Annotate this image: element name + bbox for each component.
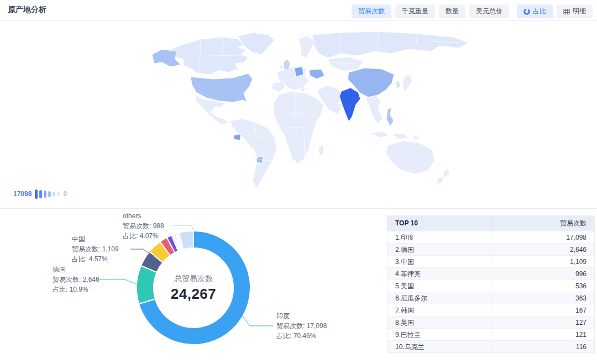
country-cell: 10.乌克兰 [387, 341, 493, 352]
legend-bar [44, 191, 46, 198]
table-header-top10: TOP 10 [387, 216, 493, 231]
map-country-australia [386, 141, 434, 174]
top10-table: TOP 10 贸易次数 1.印度17,0982.德国2,6463.中国1,109… [387, 215, 595, 353]
map-country-india[interactable] [339, 88, 360, 122]
value-cell: 167 [493, 304, 594, 316]
table-row[interactable]: 4.菲律宾996 [387, 267, 594, 279]
legend-bar [35, 189, 38, 199]
table-row[interactable]: 6.厄瓜多尔363 [387, 292, 594, 304]
callout-pct: 占比: 4.07% [123, 231, 164, 241]
donut-svg [135, 229, 252, 346]
map-visual-legend: 17098 0 [13, 188, 67, 200]
donut-chart-icon [523, 8, 530, 15]
callout-name: 印度 [276, 311, 327, 321]
callout-value: 贸易次数: 988 [123, 221, 164, 231]
callout-line-germany [99, 279, 137, 284]
map-country-new-zealand [436, 168, 450, 184]
country-cell: 1.印度 [387, 231, 493, 243]
callout-name: 德国 [53, 265, 100, 275]
tab-usd-total[interactable]: 美元总价 [469, 4, 509, 18]
section-divider [0, 208, 597, 209]
country-cell: 4.菲律宾 [387, 268, 493, 279]
value-cell: 17,098 [493, 231, 594, 243]
tab-proportion[interactable]: 占比 [517, 4, 553, 18]
table-row[interactable]: 10.乌克兰116 [387, 340, 594, 352]
callout-name: others [123, 211, 164, 221]
tab-label: 明细 [573, 7, 586, 16]
table-row[interactable]: 8.英国127 [387, 316, 594, 328]
callout-value: 贸易次数: 17,098 [276, 321, 327, 331]
map-country-uk[interactable] [284, 59, 290, 70]
tab-label: 贸易次数 [358, 7, 385, 16]
map-region-scandinavia [298, 36, 315, 58]
callout-germany: 德国 贸易次数: 2,646 占比: 10.9% [53, 265, 100, 294]
map-legend-bars [35, 189, 60, 199]
map-country-russia [312, 31, 468, 58]
callout-pct: 占比: 70.46% [276, 331, 327, 341]
legend-bar [53, 192, 55, 197]
table-row[interactable]: 3.中国1,109 [387, 255, 594, 267]
map-region-south-america [231, 119, 277, 188]
table-header-row: TOP 10 贸易次数 [387, 216, 594, 231]
legend-min-value: 0 [63, 190, 67, 198]
country-cell: 3.中国 [387, 256, 493, 267]
map-country-japan [402, 75, 412, 91]
top10-table-body: 1.印度17,0982.德国2,6463.中国1,1094.菲律宾9965.美国… [387, 231, 594, 352]
callout-pct: 占比: 10.9% [53, 284, 100, 294]
value-cell: 121 [493, 329, 594, 340]
map-region-landmass [169, 31, 468, 75]
map-region-central-asia [328, 57, 363, 71]
tab-quantity[interactable]: 数量 [439, 4, 465, 18]
tab-label: 占比 [533, 7, 546, 16]
tab-label: 美元总价 [476, 7, 502, 16]
country-cell: 6.厄瓜多尔 [387, 292, 493, 304]
callout-value: 贸易次数: 2,646 [53, 275, 100, 284]
callout-value: 贸易次数: 1,109 [72, 244, 119, 254]
tab-detail[interactable]: 明细 [557, 4, 593, 18]
table-row[interactable]: 7.韩国167 [387, 304, 594, 316]
callout-pct: 占比: 4.57% [72, 254, 119, 264]
map-region-iberia [272, 81, 285, 92]
country-cell: 8.英国 [387, 316, 493, 328]
legend-bar [57, 192, 60, 196]
value-cell: 116 [493, 341, 594, 352]
table-row[interactable]: 9.巴拉圭121 [387, 328, 594, 340]
value-cell: 127 [493, 316, 594, 328]
country-cell: 9.巴拉圭 [387, 329, 493, 340]
country-cell: 7.韩国 [387, 304, 493, 316]
callout-india: 印度 贸易次数: 17,098 占比: 70.46% [276, 311, 327, 341]
tab-label: 数量 [446, 7, 459, 16]
tab-label: 千克重量 [402, 7, 428, 16]
map-country-madagascar [318, 145, 324, 156]
map-country-alaska-usa[interactable] [152, 49, 181, 67]
callout-china: 中国 贸易次数: 1,109 占比: 4.57% [72, 234, 119, 264]
map-country-philippines[interactable] [386, 108, 394, 126]
map-country-ireland [280, 64, 283, 69]
table-row[interactable]: 5.美国536 [387, 279, 594, 292]
header-toolbar: 贸易次数 千克重量 数量 美元总价 占比 明细 [348, 4, 593, 18]
map-region-indonesia [369, 131, 421, 141]
header-divider [0, 20, 597, 21]
country-cell: 5.美国 [387, 280, 493, 292]
table-row[interactable]: 1.印度17,098 [387, 231, 594, 243]
tab-trade-count[interactable]: 贸易次数 [352, 4, 391, 18]
map-country-south-korea[interactable] [396, 81, 400, 88]
legend-bar [48, 191, 51, 197]
tab-kg-weight[interactable]: 千克重量 [395, 4, 435, 18]
map-country-ukraine[interactable] [309, 69, 324, 79]
callout-name: 中国 [72, 234, 119, 244]
value-cell: 536 [493, 280, 594, 292]
value-cell: 996 [493, 268, 594, 279]
table-row[interactable]: 2.德国2,646 [387, 243, 594, 255]
map-region-indochina [366, 96, 383, 125]
value-cell: 2,646 [493, 244, 594, 255]
page-title: 原产地分析 [8, 5, 46, 15]
country-cell: 2.德国 [387, 244, 493, 255]
legend-max-value: 17098 [13, 190, 32, 198]
table-header-metric[interactable]: 贸易次数 [493, 216, 594, 231]
value-cell: 1,109 [493, 256, 594, 267]
legend-bar [39, 190, 42, 198]
value-cell: 363 [493, 292, 594, 304]
table-grid-icon [563, 8, 570, 15]
callout-others: others 贸易次数: 988 占比: 4.07% [123, 211, 164, 241]
